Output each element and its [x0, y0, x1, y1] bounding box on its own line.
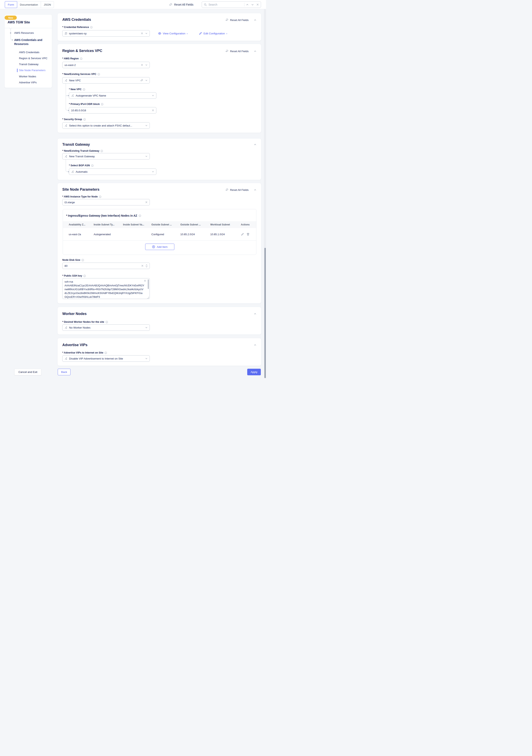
instance-type-input[interactable]: t3.xlarge [62, 199, 150, 205]
tab-documentation[interactable]: Documentation [17, 1, 41, 8]
search-box[interactable] [202, 1, 261, 8]
info-icon[interactable] [100, 150, 103, 152]
column-outside-subnet-2: Outside Subnet ... [180, 223, 210, 226]
sidebar-item-site-node-parameters[interactable]: Site Node Parameters [19, 69, 45, 72]
column-inside-subnet-type: Inside Subnet Ty... [94, 223, 123, 226]
sidebar-item-aws-credentials-and-resources[interactable]: AWS Credentials and Resources [14, 38, 48, 46]
instance-type-value: t3.xlarge [64, 201, 143, 204]
cancel-and-exit-button[interactable]: Cancel and Exit [14, 369, 41, 375]
info-icon[interactable] [99, 196, 101, 198]
cell-outside-subnet-1: Configured [151, 233, 180, 236]
clear-icon[interactable] [141, 265, 143, 267]
column-outside-subnet-1: Outside Subnet ... [151, 223, 180, 226]
top-toolbar: Form Documentation JSON Reset All Fields [0, 0, 266, 9]
add-item-button[interactable]: Add Item [145, 244, 174, 250]
delete-row-icon[interactable] [246, 232, 250, 236]
chevron-down-icon[interactable] [145, 326, 148, 329]
cell-availability-zone: us-east-2a [63, 233, 94, 236]
info-icon[interactable] [82, 259, 84, 261]
worker-nodes-card: Worker Nodes * Desired Worker Nodes for … [57, 307, 262, 335]
card-title: Transit Gateway [62, 143, 90, 147]
clear-icon[interactable] [144, 280, 146, 282]
transit-gateway-select[interactable]: New Transit Gateway [62, 153, 150, 159]
info-icon[interactable] [104, 352, 107, 354]
info-icon[interactable] [91, 164, 94, 167]
card-reset-label: Reset All Fields [230, 188, 249, 191]
node-disk-size-input[interactable]: 80 [62, 263, 150, 269]
undo-icon[interactable] [140, 79, 143, 82]
chevron-down-icon[interactable] [145, 357, 148, 360]
collapse-chevron-icon[interactable] [254, 19, 256, 21]
collapse-chevron-icon[interactable] [254, 312, 256, 315]
edit-row-icon[interactable] [241, 232, 244, 236]
page-scrollbar-thumb[interactable] [265, 248, 266, 378]
aws-region-select[interactable]: us-east-2 [62, 62, 150, 68]
number-stepper[interactable] [145, 264, 148, 267]
clear-icon[interactable] [145, 201, 148, 203]
info-icon[interactable] [101, 103, 103, 105]
collapse-chevron-icon[interactable] [254, 143, 256, 146]
card-title: AWS Credentials [62, 17, 91, 22]
textarea-scrollbar-thumb[interactable] [148, 279, 149, 289]
az-nodes-table-row: us-east-2a Autogenerated Configured 10.6… [63, 228, 256, 241]
search-close-icon[interactable] [256, 3, 259, 6]
search-prev-icon[interactable] [246, 3, 249, 6]
sidebar-item-aws-credentials[interactable]: AWS Credentials [19, 51, 39, 54]
search-input[interactable] [209, 3, 242, 6]
info-icon[interactable] [83, 88, 85, 91]
info-icon[interactable] [105, 321, 108, 323]
tree-connector-line [11, 29, 12, 40]
chevron-down-icon[interactable] [145, 64, 148, 66]
chevron-down-icon[interactable] [145, 79, 148, 82]
clear-icon[interactable] [152, 109, 154, 112]
apply-button[interactable]: Apply [247, 369, 261, 375]
view-tabs: Form Documentation JSON [5, 1, 54, 8]
info-icon[interactable] [90, 26, 93, 29]
card-reset-all-fields-button[interactable]: Reset All Fields [225, 18, 249, 22]
chevron-down-icon[interactable] [145, 155, 148, 157]
sidebar-item-region-services-vpc[interactable]: Region & Services VPC [19, 57, 47, 60]
card-reset-all-fields-button[interactable]: Reset All Fields [225, 50, 249, 53]
desired-worker-nodes-select[interactable]: No Worker Nodes [62, 324, 150, 331]
tab-json[interactable]: JSON [41, 1, 54, 8]
undo-icon [225, 188, 228, 191]
advertise-vips-select[interactable]: Disable VIP Advertisement to Internet on… [62, 355, 150, 362]
credential-reference-select[interactable]: system/aws-sy [62, 30, 150, 37]
info-icon[interactable] [83, 118, 86, 121]
security-group-select[interactable]: Select this option to create and attach … [62, 122, 150, 129]
chevron-down-icon[interactable] [152, 171, 154, 173]
branch-option-icon [64, 357, 67, 360]
info-icon[interactable] [83, 275, 86, 277]
collapse-chevron-icon[interactable] [254, 189, 256, 191]
card-reset-all-fields-button[interactable]: Reset All Fields [225, 188, 249, 191]
credential-reference-label: * Credential Reference [62, 26, 89, 29]
services-vpc-select[interactable]: New VPC [62, 77, 150, 84]
collapse-chevron-icon[interactable] [254, 50, 256, 53]
ssh-key-label: * Public SSH key [62, 274, 82, 277]
edit-configuration-link[interactable]: Edit Configuration › [199, 32, 227, 35]
info-icon[interactable] [80, 57, 83, 60]
info-icon[interactable] [139, 214, 141, 217]
sidebar-item-advertise-vips[interactable]: Advertise VIPs [19, 81, 37, 84]
collapse-chevron-icon[interactable] [254, 344, 256, 346]
sidebar-item-transit-gateway[interactable]: Transit Gateway [19, 63, 38, 66]
tab-form[interactable]: Form [5, 1, 17, 8]
new-vpc-select[interactable]: Autogenerate VPC Name [69, 92, 156, 99]
sidebar-item-aws-resources[interactable]: AWS Resources [14, 31, 34, 34]
chevron-down-icon[interactable] [145, 124, 148, 127]
ssh-key-textarea[interactable]: ssh-rsa AAAAB3NzaC1yc2EAAAABJQAAAQB/nAmO… [62, 278, 150, 299]
chevron-down-icon[interactable] [152, 94, 154, 97]
view-configuration-link[interactable]: View Configuration › [158, 32, 188, 35]
clear-icon[interactable] [141, 32, 143, 35]
reset-all-fields-button[interactable]: Reset All Fields [169, 0, 193, 9]
bgp-asn-select[interactable]: Automatic [69, 169, 156, 175]
reset-all-fields-label: Reset All Fields [174, 3, 193, 6]
clear-icon[interactable] [141, 64, 143, 66]
back-button[interactable]: Back [58, 369, 70, 375]
search-next-icon[interactable] [251, 3, 254, 6]
sidebar-item-worker-nodes[interactable]: Worker Nodes [19, 75, 36, 78]
chevron-down-icon[interactable] [145, 32, 148, 35]
field-tree-connector [66, 159, 68, 172]
cidr-block-input[interactable]: 10.65.0.0/16 [69, 107, 156, 114]
info-icon[interactable] [97, 73, 100, 75]
